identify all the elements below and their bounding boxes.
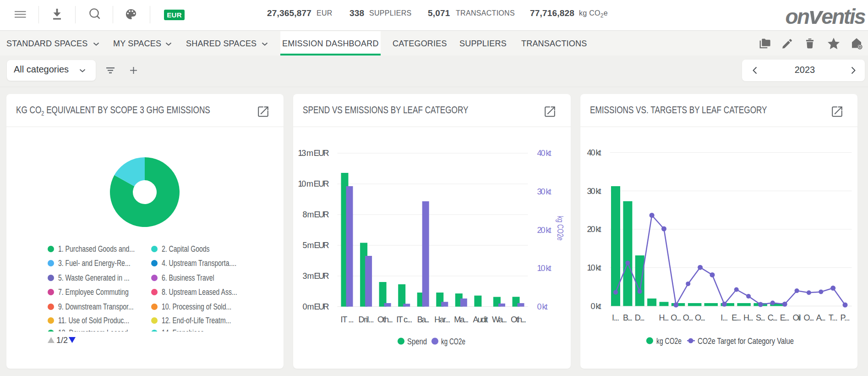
svg-text:Ma...: Ma... [454, 315, 469, 324]
svg-text:I...: I... [612, 313, 619, 322]
svg-text:CO2e Target for Category Value: CO2e Target for Category Value [698, 336, 794, 346]
svg-text:10 kt: 10 kt [587, 263, 601, 272]
svg-text:40 kt: 40 kt [587, 148, 601, 157]
svg-text:30 kt: 30 kt [537, 187, 551, 196]
svg-text:T...: T... [829, 313, 838, 322]
svg-text:IT c...: IT c... [396, 315, 412, 324]
svg-text:kg CO2e: kg CO2e [656, 336, 682, 346]
svg-text:kg CO2e: kg CO2e [556, 216, 565, 241]
svg-text:30 kt: 30 kt [587, 187, 601, 196]
svg-text:20 kt: 20 kt [587, 225, 601, 234]
svg-text:Oth...: Oth... [377, 315, 393, 324]
svg-text:Har...: Har... [434, 315, 450, 324]
svg-text:Wa...: Wa... [492, 315, 507, 324]
svg-text:13 m EUR: 13 m EUR [298, 149, 329, 158]
svg-text:O...: O... [803, 313, 814, 322]
svg-text:kg CO2e: kg CO2e [441, 337, 465, 346]
svg-text:40 kt: 40 kt [537, 149, 551, 158]
svg-text:0 kt: 0 kt [591, 302, 601, 311]
svg-text:0 kt: 0 kt [537, 302, 548, 311]
svg-text:3 m EUR: 3 m EUR [303, 271, 329, 281]
svg-text:E...: E... [732, 313, 741, 322]
svg-text:S...: S... [756, 313, 765, 322]
svg-text:8 m EUR: 8 m EUR [303, 210, 329, 219]
svg-text:5 m EUR: 5 m EUR [303, 241, 329, 250]
svg-text:10 m EUR: 10 m EUR [298, 179, 329, 188]
svg-text:IT ...: IT ... [341, 315, 354, 324]
svg-text:0 m EUR: 0 m EUR [303, 302, 329, 311]
svg-text:Spend: Spend [407, 337, 427, 346]
svg-text:Oth...: Oth... [511, 315, 526, 324]
svg-text:20 kt: 20 kt [537, 226, 551, 235]
svg-text:Dril...: Dril... [359, 315, 374, 324]
svg-text:H...: H... [743, 313, 753, 322]
svg-text:C...: C... [768, 313, 778, 322]
svg-text:O...: O... [695, 313, 705, 322]
svg-text:E...: E... [780, 313, 790, 322]
svg-text:H...: H... [659, 313, 669, 322]
svg-text:D...: D... [635, 313, 645, 322]
svg-text:O...: O... [671, 313, 681, 322]
svg-text:O...: O... [683, 313, 693, 322]
svg-text:B...: B... [623, 313, 633, 322]
svg-text:10 kt: 10 kt [537, 264, 551, 273]
svg-text:Ba...: Ba... [417, 315, 430, 324]
svg-text:A...: A... [816, 313, 826, 322]
svg-text:Oil: Oil [793, 313, 801, 322]
svg-text:I...: I... [721, 313, 728, 322]
svg-text:Audit: Audit [473, 315, 488, 324]
svg-text:P...: P... [841, 313, 850, 322]
